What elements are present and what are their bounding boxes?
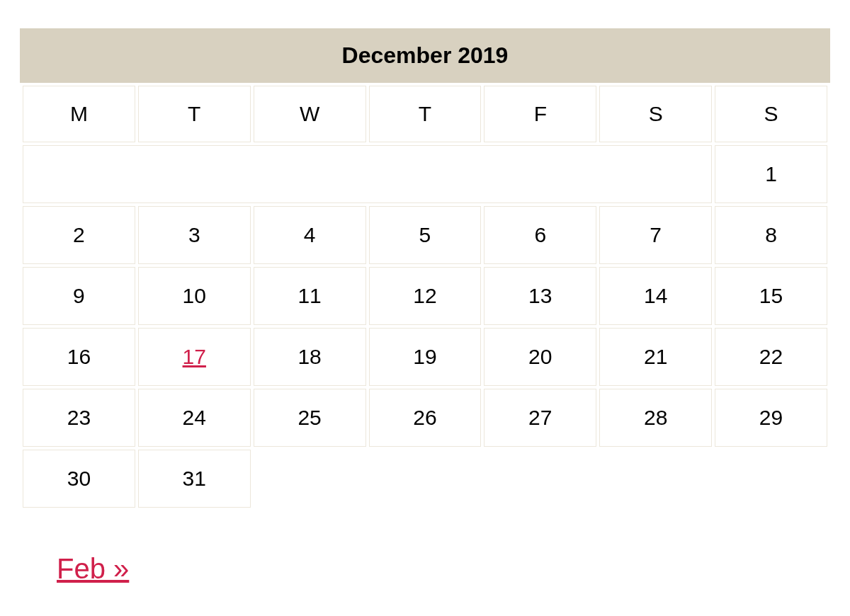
calendar-week-row: 16171819202122	[23, 328, 827, 386]
weekday-header: F	[484, 86, 596, 142]
next-month-link[interactable]: Feb »	[57, 553, 129, 584]
calendar-day-cell: 31	[138, 450, 251, 508]
calendar-week-row: 2345678	[23, 206, 827, 264]
calendar-day-cell: 25	[254, 389, 366, 447]
calendar-week-row: 1	[23, 145, 827, 203]
weekday-header: T	[369, 86, 482, 142]
calendar-day-cell: 7	[599, 206, 712, 264]
calendar-day-cell: 19	[369, 328, 482, 386]
calendar-day-cell: 18	[254, 328, 366, 386]
calendar-day-cell: 21	[599, 328, 712, 386]
calendar-day-cell: 22	[715, 328, 827, 386]
calendar-day-cell: 2	[23, 206, 135, 264]
calendar-day-cell: 1	[715, 145, 827, 203]
calendar-title: December 2019	[20, 28, 830, 83]
calendar-day-link[interactable]: 17	[183, 345, 206, 368]
calendar-day-cell: 17	[138, 328, 251, 386]
calendar-empty-cell	[23, 145, 712, 203]
calendar-empty-cell	[254, 450, 827, 508]
calendar-nav: Feb »	[20, 553, 830, 585]
calendar-day-cell: 5	[369, 206, 482, 264]
calendar-day-cell: 4	[254, 206, 366, 264]
calendar-day-cell: 16	[23, 328, 135, 386]
calendar-day-cell: 6	[484, 206, 596, 264]
calendar-day-cell: 12	[369, 267, 482, 325]
weekday-header: W	[254, 86, 366, 142]
calendar-day-cell: 27	[484, 389, 596, 447]
calendar-week-row: 23242526272829	[23, 389, 827, 447]
calendar-day-cell: 15	[715, 267, 827, 325]
weekday-header: T	[138, 86, 251, 142]
calendar-table: December 2019 MTWTFSS 123456789101112131…	[20, 28, 830, 511]
calendar-day-cell: 20	[484, 328, 596, 386]
weekday-header: M	[23, 86, 135, 142]
calendar-day-cell: 29	[715, 389, 827, 447]
calendar-day-cell: 14	[599, 267, 712, 325]
weekday-header: S	[599, 86, 712, 142]
weekday-header: S	[715, 86, 827, 142]
calendar-day-cell: 9	[23, 267, 135, 325]
calendar-day-cell: 8	[715, 206, 827, 264]
calendar-day-cell: 10	[138, 267, 251, 325]
calendar-day-cell: 23	[23, 389, 135, 447]
calendar-day-cell: 3	[138, 206, 251, 264]
calendar-day-cell: 24	[138, 389, 251, 447]
calendar-day-cell: 11	[254, 267, 366, 325]
calendar-weekday-row: MTWTFSS	[23, 86, 827, 142]
calendar-day-cell: 30	[23, 450, 135, 508]
calendar-day-cell: 28	[599, 389, 712, 447]
calendar-week-row: 9101112131415	[23, 267, 827, 325]
calendar-week-row: 3031	[23, 450, 827, 508]
calendar-day-cell: 26	[369, 389, 482, 447]
calendar-day-cell: 13	[484, 267, 596, 325]
